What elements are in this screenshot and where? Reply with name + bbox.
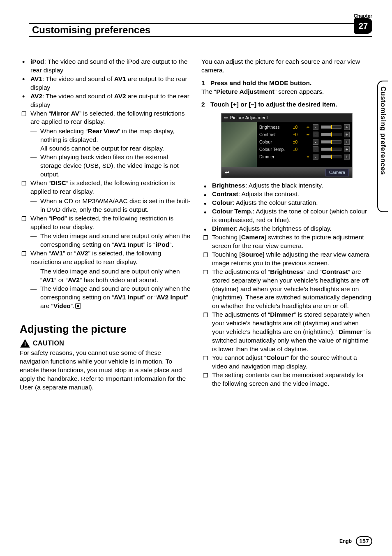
page-header: Chapter Customising preferences 27 [20, 19, 372, 38]
list-item: The video image and sound are output onl… [40, 285, 191, 310]
list-item: Brightness: Adjusts the black intensity. [212, 181, 372, 190]
list-item: The adjustments of “Brightness” and “Con… [212, 268, 372, 311]
slider-bar[interactable] [321, 148, 341, 151]
list-item: Dimmer: Adjusts the brightness of displa… [212, 225, 372, 233]
end-section-icon [75, 303, 81, 309]
section-heading: Adjusting the picture [20, 322, 191, 336]
list-item: When “Mirror AV” is selected, the follow… [30, 109, 191, 179]
side-tab-label: Customising preferences [379, 86, 387, 175]
page-number: 157 [356, 536, 372, 546]
list-item: Colour: Adjusts the colour saturation. [212, 199, 372, 207]
shot-title: Picture Adjustment [230, 115, 268, 121]
caution-body: For safety reasons, you cannot use some … [20, 349, 191, 392]
list-item: All sounds cannot be output for rear dis… [40, 144, 191, 153]
back-icon: ⇦ [224, 115, 228, 121]
list-item: You cannot adjust “Colour” for the sourc… [212, 354, 372, 371]
slider-bar[interactable] [321, 155, 341, 158]
plus-button[interactable]: + [344, 139, 350, 145]
list-item: When “AV1” or “AV2” is selected, the fol… [30, 249, 191, 310]
left-column: iPod: The video and sound of the iPod ar… [20, 58, 191, 392]
shot-controls: Brightness±0☀-+ Contrast±0☀-+ Colour±0-+… [257, 122, 352, 167]
content-columns: iPod: The video and sound of the iPod ar… [20, 58, 372, 392]
plus-button[interactable]: + [344, 146, 350, 152]
shot-row: Dimmer☀-+ [259, 153, 350, 160]
step-2: 2Touch [+] or [–] to adjust the desired … [201, 100, 372, 109]
caution-label: CAUTION [33, 339, 64, 348]
chapter-number-badge: 27 [354, 18, 372, 34]
intro-text: You can adjust the picture for each sour… [201, 58, 372, 75]
page: Chapter Customising preferences 27 Custo… [0, 0, 392, 556]
minus-button[interactable]: - [313, 132, 318, 137]
list-item: The adjustments of “Dimmer” is stored se… [212, 310, 372, 354]
page-footer: Engb 157 [339, 536, 372, 546]
warning-icon: ! [20, 339, 30, 348]
slider-bar[interactable] [321, 140, 341, 144]
list-item: When “iPod” is selected, the following r… [30, 214, 191, 250]
title-bar: Customising preferences [29, 23, 372, 37]
plus-button[interactable]: + [344, 132, 350, 137]
svg-text:!: ! [24, 341, 26, 348]
list-item: The video image and sound are output onl… [40, 267, 191, 285]
list-item: When selecting “Rear View” in the map di… [40, 127, 191, 144]
list-item: The setting contents can be memorised se… [212, 371, 372, 388]
list-item: Touching [Source] while adjusting the re… [212, 250, 372, 268]
caution-row: ! CAUTION [20, 339, 191, 348]
camera-button[interactable]: Camera [325, 169, 349, 176]
list-item: Contrast: Adjusts the contrast. [212, 190, 372, 199]
plus-button[interactable]: + [344, 124, 350, 130]
list-item: AV2: The video and sound of AV2 are out-… [30, 92, 191, 109]
minus-button[interactable]: - [313, 139, 318, 145]
slider-bar[interactable] [321, 133, 341, 136]
shot-row: Brightness±0☀-+ [259, 123, 350, 131]
right-column: You can adjust the picture for each sour… [201, 58, 372, 392]
minus-button[interactable]: - [313, 154, 318, 160]
shot-row: Contrast±0☀-+ [259, 131, 350, 138]
slider-bar[interactable] [321, 125, 341, 129]
list-item: The video image and sound are output onl… [40, 232, 191, 249]
picture-adjustment-screenshot: ⇦Picture Adjustment Brightness±0☀-+ Cont… [221, 113, 353, 178]
list-item: Touching [Camera] switches to the pictur… [212, 233, 372, 250]
shot-row: Colour Temp.±0-+ [259, 146, 350, 153]
plus-button[interactable]: + [344, 154, 350, 160]
step-1: 1Press and hold the MODE button. The “Pi… [201, 79, 372, 96]
list-item: AV1: The video and sound of AV1 are outp… [30, 75, 191, 92]
shot-preview-image [221, 122, 257, 167]
list-item: When “DISC” is selected, the following r… [30, 179, 191, 214]
page-title: Customising preferences [29, 24, 150, 36]
list-item: When a CD or MP3/WMA/AAC disc is set in … [40, 197, 191, 214]
list-item: iPod: The video and sound of the iPod ar… [30, 58, 191, 75]
list-item: Colour Temp.: Adjusts the tone of colour… [212, 207, 372, 225]
minus-button[interactable]: - [313, 146, 318, 152]
lang-label: Engb [339, 538, 352, 544]
side-tab: Customising preferences [377, 81, 388, 212]
back-button[interactable]: ↩ [225, 169, 230, 176]
list-item: When playing back video files on the ext… [40, 153, 191, 179]
shot-row: Colour±0-+ [259, 138, 350, 146]
minus-button[interactable]: - [313, 124, 318, 130]
